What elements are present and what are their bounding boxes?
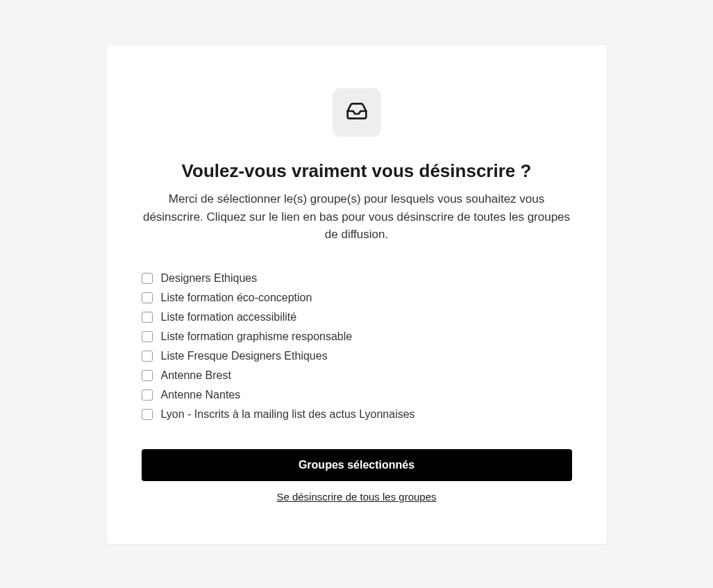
- group-label: Liste Fresque Designers Ethiques: [161, 350, 328, 362]
- group-checkbox-item[interactable]: Antenne Nantes: [142, 385, 572, 405]
- group-checkbox[interactable]: [142, 331, 153, 342]
- group-checkbox-item[interactable]: Designers Ethiques: [142, 269, 572, 288]
- group-label: Liste formation éco-conception: [161, 292, 312, 304]
- group-checkbox[interactable]: [142, 312, 153, 323]
- group-checkbox[interactable]: [142, 351, 153, 362]
- group-checkbox[interactable]: [142, 273, 153, 284]
- group-checkbox[interactable]: [142, 292, 153, 303]
- group-label: Liste formation graphisme responsable: [161, 330, 353, 343]
- group-label: Antenne Brest: [161, 369, 231, 382]
- group-checkbox[interactable]: [142, 409, 153, 420]
- group-label: Designers Ethiques: [161, 272, 258, 285]
- group-checkbox-item[interactable]: Liste formation graphisme responsable: [142, 327, 572, 346]
- icon-container: [142, 88, 572, 137]
- group-checkbox-item[interactable]: Antenne Brest: [142, 366, 572, 385]
- unsubscribe-all-link[interactable]: Se désinscrire de tous les groupes: [142, 491, 572, 503]
- group-checkbox-item[interactable]: Lyon - Inscrits à la mailing list des ac…: [142, 405, 572, 424]
- group-label: Antenne Nantes: [161, 389, 241, 401]
- group-checkbox-item[interactable]: Liste Fresque Designers Ethiques: [142, 346, 572, 366]
- groups-list: Designers Ethiques Liste formation éco-c…: [142, 269, 572, 424]
- group-checkbox-item[interactable]: Liste formation accessibilité: [142, 308, 572, 327]
- submit-selected-button[interactable]: Groupes sélectionnés: [142, 449, 572, 481]
- page-description: Merci de sélectionner le(s) groupe(s) po…: [142, 190, 572, 244]
- icon-box: [333, 88, 381, 137]
- unsubscribe-card: Voulez-vous vraiment vous désinscrire ? …: [107, 45, 607, 544]
- group-checkbox[interactable]: [142, 389, 153, 401]
- group-checkbox[interactable]: [142, 370, 153, 381]
- group-checkbox-item[interactable]: Liste formation éco-conception: [142, 288, 572, 308]
- group-label: Lyon - Inscrits à la mailing list des ac…: [161, 408, 415, 421]
- inbox-icon: [346, 100, 368, 125]
- group-label: Liste formation accessibilité: [161, 311, 297, 324]
- page-title: Voulez-vous vraiment vous désinscrire ?: [142, 160, 572, 182]
